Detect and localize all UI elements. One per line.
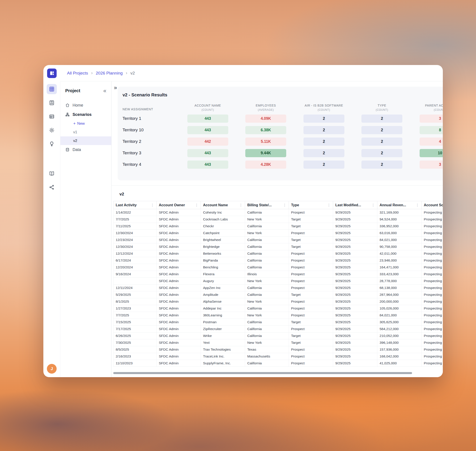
table-cell[interactable]: Prospect [289,285,333,291]
metric-pill[interactable]: 2 [304,114,344,123]
table-cell[interactable]: Target [289,223,333,230]
table-cell[interactable]: 12/11/2024 [114,285,157,291]
column-menu-icon[interactable]: ⋮ [281,203,286,207]
table-cell[interactable]: Brightedge [201,243,245,250]
metric-pill[interactable]: 443 [187,114,228,123]
table-cell[interactable] [114,278,157,284]
metric-pill[interactable]: 5.11K [245,138,286,146]
metric-pill[interactable]: 4 [419,138,443,146]
metric-pill[interactable]: 6.38K [245,126,286,134]
table-cell[interactable]: Target [289,332,333,339]
table-cell[interactable]: 9/29/2025 [333,257,377,264]
expand-panel-button[interactable]: » [114,85,117,90]
table-cell[interactable]: Prospecting [422,291,443,298]
table-cell[interactable]: 8/5/2025 [114,346,157,353]
grid-column-header[interactable]: Account Owner⋮ [157,201,201,209]
metric-pill[interactable]: 442 [187,138,228,146]
table-cell[interactable]: Massachusetts [245,353,289,360]
share-button[interactable] [47,182,57,192]
table-cell[interactable]: 12/30/2024 [114,243,157,250]
table-cell[interactable]: 23,946,000 [377,257,422,264]
table-cell[interactable]: SFDC Admin [157,339,201,346]
table-cell[interactable]: Target [289,216,333,223]
table-cell[interactable]: SFDC Admin [157,223,201,230]
table-cell[interactable]: SFDC Admin [157,285,201,291]
table-cell[interactable]: Prospecting [422,312,443,319]
table-cell[interactable]: BigPanda [201,257,245,264]
table-cell[interactable]: 157,936,000 [377,346,422,353]
table-cell[interactable]: 164,471,000 [377,264,422,271]
table-cell[interactable]: SFDC Admin [157,243,201,250]
table-cell[interactable]: SFDC Admin [157,271,201,277]
table-cell[interactable]: SFDC Admin [157,209,201,216]
table-cell[interactable]: SFDC Admin [157,264,201,271]
table-cell[interactable]: Target [289,339,333,346]
metric-pill[interactable]: 10 [419,149,443,157]
table-cell[interactable]: 8/1/2025 [114,298,157,305]
table-cell[interactable]: 210,052,000 [377,332,422,339]
metric-pill[interactable]: 443 [187,149,228,157]
table-cell[interactable]: Flexera [201,271,245,277]
table-cell[interactable]: California [245,319,289,326]
table-cell[interactable]: Target [289,243,333,250]
table-cell[interactable]: 584,212,000 [377,326,422,332]
table-cell[interactable]: California [245,332,289,339]
table-cell[interactable]: 12/23/2024 [114,237,157,243]
table-cell[interactable]: Catchpoint [201,230,245,236]
grid-column-header[interactable]: Annual Reven...⋮ [377,201,422,209]
table-cell[interactable]: SFDC Admin [157,298,201,305]
table-cell[interactable]: Prospecting [422,319,443,326]
table-cell[interactable]: Prospecting [422,216,443,223]
table-cell[interactable]: Prospect [289,326,333,332]
table-cell[interactable]: Checkr [201,223,245,230]
table-cell[interactable]: 9/29/2025 [333,285,377,291]
metric-pill[interactable]: 3 [419,161,443,169]
sidebar-item-home[interactable]: Home [60,100,111,110]
table-cell[interactable]: 9/29/2025 [333,237,377,243]
table-cell[interactable]: Prospecting [422,339,443,346]
table-cell[interactable]: AlphaSense [201,298,245,305]
table-cell[interactable]: Prospecting [422,360,443,367]
table-cell[interactable]: 9/29/2025 [333,346,377,353]
table-cell[interactable]: 9/29/2025 [333,278,377,284]
table-cell[interactable]: Prospect [289,271,333,277]
table-cell[interactable]: ZipRecruiter [201,326,245,332]
horizontal-scrollbar[interactable] [113,372,412,374]
metric-pill[interactable]: 2 [362,161,402,169]
table-cell[interactable]: 9/29/2025 [333,312,377,319]
table-cell[interactable]: 9/29/2025 [333,291,377,298]
table-cell[interactable]: Prospecting [422,257,443,264]
metric-pill[interactable]: 4.09K [245,114,286,123]
table-cell[interactable]: 321,169,000 [377,209,422,216]
table-cell[interactable]: SFDC Admin [157,305,201,312]
table-cell[interactable]: SFDC Admin [157,360,201,367]
table-cell[interactable]: 168,042,000 [377,353,422,360]
table-cell[interactable]: 9/29/2025 [333,250,377,257]
table-cell[interactable]: Prospecting [422,223,443,230]
table-cell[interactable]: SFDC Admin [157,346,201,353]
table-cell[interactable]: New York [245,298,289,305]
column-menu-icon[interactable]: ⋮ [149,203,154,207]
table-cell[interactable]: Benchling [201,264,245,271]
table-cell[interactable]: Cockroach Labs [201,216,245,223]
table-cell[interactable]: 396,148,000 [377,339,422,346]
table-cell[interactable]: Prospecting [422,326,443,332]
table-cell[interactable]: 11/10/2023 [114,360,157,367]
sidebar-item-v1[interactable]: v1 [60,128,111,136]
table-cell[interactable]: California [245,305,289,312]
table-cell[interactable]: Prospecting [422,298,443,305]
table-cell[interactable]: 9/29/2025 [333,353,377,360]
table-cell[interactable]: California [245,243,289,250]
table-cell[interactable]: Amplitude [201,291,245,298]
metric-pill[interactable]: 3 [419,114,443,123]
table-cell[interactable]: Target [289,319,333,326]
table-cell[interactable]: SupplyFrame, Inc. [201,360,245,367]
reports-button[interactable] [47,98,57,108]
table-cell[interactable]: 305,625,000 [377,319,422,326]
table-cell[interactable]: 9/29/2025 [333,209,377,216]
table-cell[interactable]: 7/11/2025 [114,223,157,230]
app-logo[interactable] [47,69,57,78]
table-cell[interactable]: New York [245,216,289,223]
table-cell[interactable]: 63,016,000 [377,230,422,236]
grid-view-button[interactable] [47,84,57,94]
